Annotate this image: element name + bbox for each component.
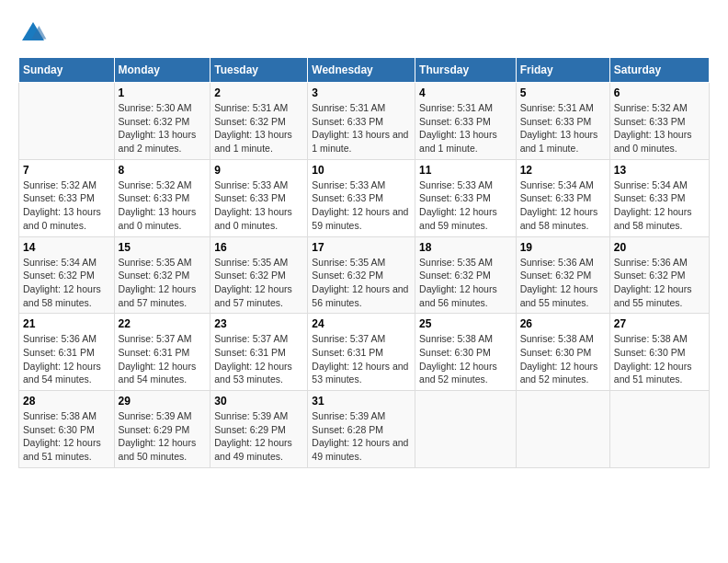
day-info: Sunrise: 5:33 AMSunset: 6:33 PMDaylight:… xyxy=(214,178,303,233)
day-cell: 26Sunrise: 5:38 AMSunset: 6:30 PMDayligh… xyxy=(516,314,609,391)
sunrise-text: Sunrise: 5:38 AM xyxy=(614,332,705,346)
daylight-text: Daylight: 12 hours and 57 minutes. xyxy=(214,282,303,309)
day-info: Sunrise: 5:39 AMSunset: 6:29 PMDaylight:… xyxy=(214,409,303,464)
daylight-text: Daylight: 12 hours and 51 minutes. xyxy=(23,436,110,463)
daylight-text: Daylight: 12 hours and 58 minutes. xyxy=(614,205,705,232)
day-cell: 1Sunrise: 5:30 AMSunset: 6:32 PMDaylight… xyxy=(114,83,210,160)
sunset-text: Sunset: 6:29 PM xyxy=(214,423,303,437)
day-number: 22 xyxy=(119,317,207,330)
daylight-text: Daylight: 13 hours and 0 minutes. xyxy=(23,205,110,232)
sunrise-text: Sunrise: 5:30 AM xyxy=(119,101,207,115)
day-cell: 14Sunrise: 5:34 AMSunset: 6:32 PMDayligh… xyxy=(19,236,115,314)
day-info: Sunrise: 5:34 AMSunset: 6:32 PMDaylight:… xyxy=(23,256,110,310)
day-number: 2 xyxy=(214,86,303,99)
sunrise-text: Sunrise: 5:32 AM xyxy=(23,178,110,192)
sunrise-text: Sunrise: 5:33 AM xyxy=(312,178,411,192)
daylight-text: Daylight: 13 hours and 1 minute. xyxy=(214,128,303,155)
day-number: 20 xyxy=(614,241,705,254)
sunset-text: Sunset: 6:30 PM xyxy=(23,423,110,437)
day-number: 14 xyxy=(23,241,110,254)
day-cell: 28Sunrise: 5:38 AMSunset: 6:30 PMDayligh… xyxy=(19,391,115,468)
daylight-text: Daylight: 13 hours and 0 minutes. xyxy=(214,205,303,232)
day-cell: 8Sunrise: 5:32 AMSunset: 6:33 PMDaylight… xyxy=(114,159,210,236)
day-cell: 4Sunrise: 5:31 AMSunset: 6:33 PMDaylight… xyxy=(415,83,517,160)
day-number: 9 xyxy=(214,164,303,177)
sunrise-text: Sunrise: 5:34 AM xyxy=(520,178,606,192)
day-number: 31 xyxy=(312,395,411,408)
week-row-5: 28Sunrise: 5:38 AMSunset: 6:30 PMDayligh… xyxy=(19,391,710,468)
day-info: Sunrise: 5:38 AMSunset: 6:30 PMDaylight:… xyxy=(520,332,606,386)
sunset-text: Sunset: 6:33 PM xyxy=(214,191,303,205)
day-info: Sunrise: 5:33 AMSunset: 6:33 PMDaylight:… xyxy=(312,178,411,233)
daylight-text: Daylight: 12 hours and 59 minutes. xyxy=(419,205,512,232)
daylight-text: Daylight: 12 hours and 52 minutes. xyxy=(520,360,606,386)
day-cell: 23Sunrise: 5:37 AMSunset: 6:31 PMDayligh… xyxy=(210,314,308,391)
day-number: 16 xyxy=(214,241,303,254)
sunrise-text: Sunrise: 5:31 AM xyxy=(214,101,303,115)
sunrise-text: Sunrise: 5:37 AM xyxy=(312,332,411,346)
sunset-text: Sunset: 6:33 PM xyxy=(312,191,411,205)
day-number: 24 xyxy=(312,317,411,330)
day-cell: 9Sunrise: 5:33 AMSunset: 6:33 PMDaylight… xyxy=(210,159,308,236)
daylight-text: Daylight: 12 hours and 49 minutes. xyxy=(312,436,411,463)
day-number: 17 xyxy=(312,241,411,254)
day-number: 26 xyxy=(520,317,606,330)
header-thursday: Thursday xyxy=(415,58,517,83)
day-cell: 13Sunrise: 5:34 AMSunset: 6:33 PMDayligh… xyxy=(609,159,709,236)
day-number: 8 xyxy=(119,164,207,177)
sunrise-text: Sunrise: 5:32 AM xyxy=(119,178,207,192)
sunset-text: Sunset: 6:30 PM xyxy=(419,346,512,360)
day-info: Sunrise: 5:31 AMSunset: 6:33 PMDaylight:… xyxy=(312,101,411,155)
daylight-text: Daylight: 13 hours and 1 minute. xyxy=(520,128,606,155)
sunrise-text: Sunrise: 5:35 AM xyxy=(119,256,207,270)
sunrise-text: Sunrise: 5:33 AM xyxy=(419,178,512,192)
day-number: 6 xyxy=(614,86,705,99)
day-number: 15 xyxy=(119,241,207,254)
day-number: 21 xyxy=(23,317,110,330)
day-number: 27 xyxy=(614,317,705,330)
week-row-1: 1Sunrise: 5:30 AMSunset: 6:32 PMDaylight… xyxy=(19,83,710,160)
day-info: Sunrise: 5:35 AMSunset: 6:32 PMDaylight:… xyxy=(419,256,512,310)
daylight-text: Daylight: 12 hours and 51 minutes. xyxy=(614,360,705,386)
day-cell xyxy=(415,391,517,468)
sunset-text: Sunset: 6:32 PM xyxy=(214,269,303,282)
sunset-text: Sunset: 6:33 PM xyxy=(419,191,512,205)
day-cell: 21Sunrise: 5:36 AMSunset: 6:31 PMDayligh… xyxy=(19,314,115,391)
day-cell: 12Sunrise: 5:34 AMSunset: 6:33 PMDayligh… xyxy=(516,159,609,236)
day-cell: 29Sunrise: 5:39 AMSunset: 6:29 PMDayligh… xyxy=(114,391,210,468)
header-wednesday: Wednesday xyxy=(308,58,415,83)
sunset-text: Sunset: 6:28 PM xyxy=(312,423,411,437)
daylight-text: Daylight: 12 hours and 57 minutes. xyxy=(119,282,207,309)
sunrise-text: Sunrise: 5:31 AM xyxy=(312,101,411,115)
calendar-table: SundayMondayTuesdayWednesdayThursdayFrid… xyxy=(18,57,710,468)
sunrise-text: Sunrise: 5:31 AM xyxy=(419,101,512,115)
day-info: Sunrise: 5:31 AMSunset: 6:33 PMDaylight:… xyxy=(419,101,512,155)
day-number: 25 xyxy=(419,317,512,330)
sunset-text: Sunset: 6:32 PM xyxy=(614,269,705,282)
sunset-text: Sunset: 6:33 PM xyxy=(614,191,705,205)
day-number: 13 xyxy=(614,164,705,177)
sunrise-text: Sunrise: 5:39 AM xyxy=(312,409,411,423)
sunrise-text: Sunrise: 5:31 AM xyxy=(520,101,606,115)
day-cell xyxy=(516,391,609,468)
sunrise-text: Sunrise: 5:38 AM xyxy=(520,332,606,346)
daylight-text: Daylight: 12 hours and 54 minutes. xyxy=(23,360,110,386)
day-cell: 30Sunrise: 5:39 AMSunset: 6:29 PMDayligh… xyxy=(210,391,308,468)
sunset-text: Sunset: 6:31 PM xyxy=(214,346,303,360)
sunrise-text: Sunrise: 5:36 AM xyxy=(520,256,606,270)
daylight-text: Daylight: 12 hours and 54 minutes. xyxy=(119,360,207,386)
day-cell: 27Sunrise: 5:38 AMSunset: 6:30 PMDayligh… xyxy=(609,314,709,391)
day-cell: 10Sunrise: 5:33 AMSunset: 6:33 PMDayligh… xyxy=(308,159,415,236)
day-info: Sunrise: 5:37 AMSunset: 6:31 PMDaylight:… xyxy=(119,332,207,386)
sunset-text: Sunset: 6:32 PM xyxy=(419,269,512,282)
day-info: Sunrise: 5:32 AMSunset: 6:33 PMDaylight:… xyxy=(119,178,207,233)
day-info: Sunrise: 5:35 AMSunset: 6:32 PMDaylight:… xyxy=(214,256,303,310)
day-cell: 7Sunrise: 5:32 AMSunset: 6:33 PMDaylight… xyxy=(19,159,115,236)
sunset-text: Sunset: 6:32 PM xyxy=(214,115,303,129)
daylight-text: Daylight: 13 hours and 1 minute. xyxy=(419,128,512,155)
day-info: Sunrise: 5:39 AMSunset: 6:28 PMDaylight:… xyxy=(312,409,411,464)
day-cell: 18Sunrise: 5:35 AMSunset: 6:32 PMDayligh… xyxy=(415,236,517,314)
sunset-text: Sunset: 6:31 PM xyxy=(23,346,110,360)
day-cell: 2Sunrise: 5:31 AMSunset: 6:32 PMDaylight… xyxy=(210,83,308,160)
sunrise-text: Sunrise: 5:33 AM xyxy=(214,178,303,192)
